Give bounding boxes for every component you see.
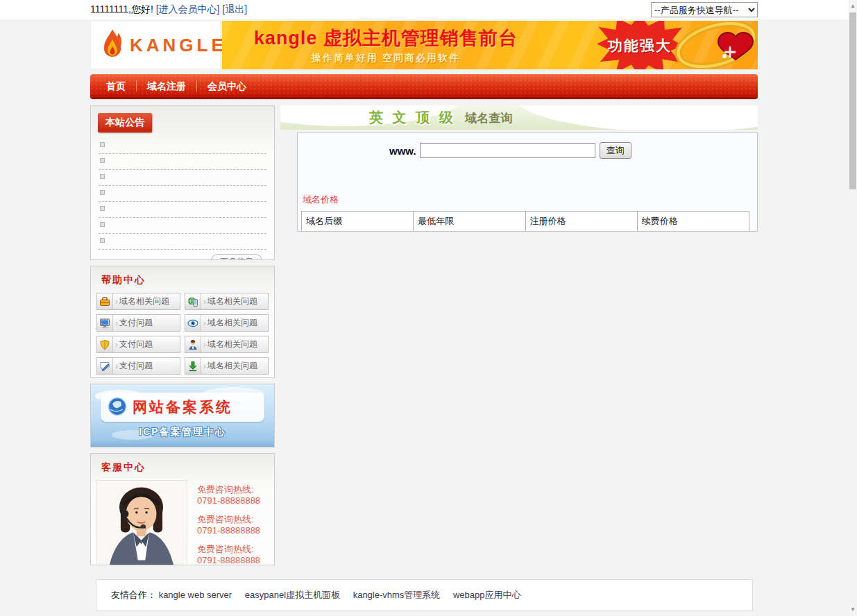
download-icon bbox=[185, 358, 201, 374]
price-section-title: 域名价格 bbox=[303, 194, 757, 206]
col-renew-price: 续费价格 bbox=[637, 212, 749, 232]
col-domain-suffix: 域名后缀 bbox=[302, 212, 414, 232]
greeting-text: 11111111,您好! bbox=[90, 3, 153, 15]
announcement-item bbox=[99, 154, 266, 170]
scroll-down-icon[interactable]: ▼ bbox=[849, 605, 857, 615]
gold-ring-icon bbox=[652, 22, 758, 69]
chevron-right-icon: › bbox=[115, 361, 118, 371]
query-button[interactable]: 查询 bbox=[600, 142, 631, 159]
beian-title: 网站备案系统 bbox=[133, 397, 232, 417]
logout-link[interactable]: [退出] bbox=[222, 3, 247, 15]
partner-link-vhms[interactable]: kangle-vhms管理系统 bbox=[353, 590, 441, 600]
bullet-icon bbox=[100, 222, 105, 227]
customer-service-photo bbox=[96, 480, 187, 565]
help-button-domain-4[interactable]: › 域名相关问题 bbox=[185, 336, 269, 353]
scrollbar-thumb[interactable] bbox=[849, 12, 856, 189]
help-center-title: 帮助中心 bbox=[101, 274, 269, 286]
topbar: 11111111,您好! [进入会员中心] [退出] --产品服务快速导航-- bbox=[0, 0, 857, 19]
bullet-icon bbox=[100, 142, 105, 147]
chevron-right-icon: › bbox=[115, 318, 118, 328]
main-row: 本站公告 更多信息 帮助中心 bbox=[90, 105, 758, 571]
col-register-price: 注册价格 bbox=[525, 212, 637, 232]
quick-nav-select[interactable]: --产品服务快速导航-- bbox=[651, 2, 758, 17]
partner-link-easypanel[interactable]: easypanel虚拟主机面板 bbox=[245, 590, 340, 600]
sidebar: 本站公告 更多信息 帮助中心 bbox=[90, 105, 275, 571]
chevron-right-icon: › bbox=[203, 361, 206, 371]
globe-icon bbox=[108, 397, 127, 418]
beian-subtitle: ICP备案管理中心 bbox=[91, 426, 274, 438]
search-row: www. 查询 bbox=[298, 142, 757, 159]
price-table: 域名后缀 最低年限 注册价格 续费价格 bbox=[301, 211, 749, 232]
service-center-box: 客服中心 bbox=[90, 453, 275, 565]
help-button-domain-5[interactable]: › 域名相关问题 bbox=[185, 357, 269, 375]
chevron-right-icon: › bbox=[115, 297, 118, 307]
service-center-title: 客服中心 bbox=[101, 461, 269, 474]
footer-partners-box: 友情合作： kangle web server easypanel虚拟主机面板 … bbox=[96, 579, 753, 611]
help-button-payment-2[interactable]: › 支付问题 bbox=[96, 336, 180, 353]
nav-item-domain-register[interactable]: 域名注册 bbox=[137, 78, 196, 94]
chevron-right-icon: › bbox=[203, 318, 206, 328]
announcement-item bbox=[99, 202, 266, 218]
flame-icon bbox=[101, 27, 124, 64]
page-column: KANGLE kangle 虚拟主机管理销售前台 操作简单好用 空间商必用软件 … bbox=[90, 21, 758, 616]
announcement-list bbox=[99, 138, 266, 250]
partners-label: 友情合作： bbox=[111, 590, 156, 600]
help-grid: › 域名相关问题 › 域名相关问题 › bbox=[96, 293, 269, 375]
banner-title: kangle 虚拟主机管理销售前台 bbox=[222, 26, 550, 51]
member-center-link[interactable]: [进入会员中心] bbox=[156, 3, 220, 15]
chevron-right-icon: › bbox=[203, 297, 206, 307]
page-scrollbar[interactable]: ▲ ▼ bbox=[849, 0, 857, 616]
service-body: 免费咨询热线: 0791-88888888 免费咨询热线: 0791-88888… bbox=[96, 480, 269, 565]
help-button-domain-3[interactable]: › 域名相关问题 bbox=[185, 314, 269, 332]
announcement-title: 本站公告 bbox=[98, 113, 152, 132]
eye-icon bbox=[185, 315, 201, 331]
announcement-box: 本站公告 更多信息 bbox=[90, 105, 275, 260]
section-title-highlight: 英 文 顶 级 bbox=[369, 110, 456, 125]
user-greeting: 11111111,您好! [进入会员中心] [退出] bbox=[90, 3, 247, 16]
bullet-icon bbox=[100, 238, 105, 243]
help-center-box: 帮助中心 › 域名相关问题 › 域名相关问题 bbox=[90, 266, 275, 378]
logo[interactable]: KANGLE bbox=[90, 21, 221, 69]
person-icon bbox=[185, 336, 201, 352]
nav-item-member-center[interactable]: 会员中心 bbox=[197, 78, 257, 94]
promo-banner: kangle 虚拟主机管理销售前台 操作简单好用 空间商必用软件 功能强大 bbox=[222, 21, 758, 69]
beian-banner[interactable]: 网站备案系统 ICP备案管理中心 bbox=[90, 384, 275, 447]
help-button-payment-3[interactable]: › 支付问题 bbox=[96, 357, 180, 375]
edit-icon bbox=[97, 358, 113, 374]
partner-link-webapp[interactable]: webapp应用中心 bbox=[453, 590, 521, 600]
briefcase-icon bbox=[97, 293, 113, 309]
scroll-up-icon[interactable]: ▲ bbox=[849, 1, 857, 11]
hotline-item: 免费咨询热线: 0791-88888888 bbox=[197, 544, 260, 565]
site-header: KANGLE kangle 虚拟主机管理销售前台 操作简单好用 空间商必用软件 … bbox=[90, 21, 758, 69]
announcement-item bbox=[99, 234, 266, 250]
more-info-button[interactable]: 更多信息 bbox=[211, 254, 262, 260]
announcement-item bbox=[99, 218, 266, 234]
bullet-icon bbox=[100, 174, 105, 179]
help-button-domain-1[interactable]: › 域名相关问题 bbox=[96, 293, 180, 310]
bullet-icon bbox=[100, 158, 105, 163]
price-table-header-row: 域名后缀 最低年限 注册价格 续费价格 bbox=[302, 212, 749, 232]
domain-search-input[interactable] bbox=[420, 143, 595, 158]
shield-icon bbox=[97, 336, 113, 352]
bullet-icon bbox=[100, 190, 105, 195]
help-button-domain-2[interactable]: › 域名相关问题 bbox=[185, 293, 269, 310]
hotline-list: 免费咨询热线: 0791-88888888 免费咨询热线: 0791-88888… bbox=[197, 480, 260, 565]
section-header: 英 文 顶 级 域名查询 bbox=[280, 105, 758, 130]
chevron-right-icon: › bbox=[115, 340, 118, 350]
partner-link-kangle[interactable]: kangle web server bbox=[159, 590, 232, 600]
banner-subtitle: 操作简单好用 空间商必用软件 bbox=[222, 52, 550, 65]
chevron-right-icon: › bbox=[203, 340, 206, 350]
col-min-years: 最低年限 bbox=[414, 212, 525, 232]
content-area: 英 文 顶 级 域名查询 www. 查询 域名价格 域名后缀 最低年限 注册价格… bbox=[280, 105, 758, 232]
announcement-item bbox=[99, 170, 266, 186]
www-prefix-label: www. bbox=[389, 145, 416, 157]
logo-text: KANGLE bbox=[130, 35, 227, 56]
beian-pill: 网站备案系统 bbox=[101, 393, 264, 422]
globe-phone-icon bbox=[185, 293, 201, 309]
nav-item-home[interactable]: 首页 bbox=[96, 78, 136, 94]
announcement-item bbox=[99, 186, 266, 202]
help-button-payment-1[interactable]: › 支付问题 bbox=[96, 314, 180, 332]
main-nav: 首页 域名注册 会员中心 bbox=[90, 74, 758, 99]
bullet-icon bbox=[100, 206, 105, 211]
hotline-item: 免费咨询热线: 0791-88888888 bbox=[197, 484, 260, 506]
